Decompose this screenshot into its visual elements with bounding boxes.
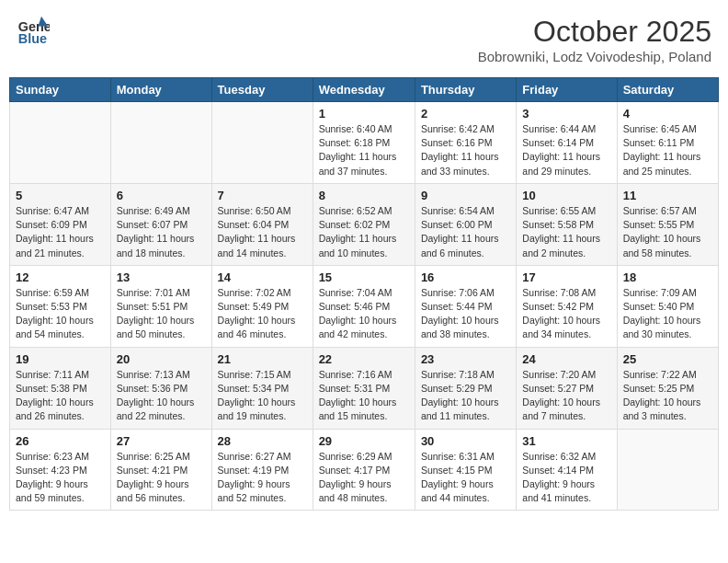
calendar-cell: 16Sunrise: 7:06 AM Sunset: 5:44 PM Dayli… [415,265,516,347]
calendar-cell: 24Sunrise: 7:20 AM Sunset: 5:27 PM Dayli… [517,347,617,429]
calendar-week-3: 12Sunrise: 6:59 AM Sunset: 5:53 PM Dayli… [10,265,719,347]
calendar-cell: 17Sunrise: 7:08 AM Sunset: 5:42 PM Dayli… [517,265,617,347]
calendar-cell: 10Sunrise: 6:55 AM Sunset: 5:58 PM Dayli… [517,183,617,265]
month-title: October 2025 [478,15,711,49]
day-info: Sunrise: 6:55 AM Sunset: 5:58 PM Dayligh… [522,204,610,260]
day-number: 15 [319,270,409,284]
calendar-cell: 9Sunrise: 6:54 AM Sunset: 6:00 PM Daylig… [415,183,516,265]
day-number: 2 [421,107,510,121]
day-number: 21 [218,352,307,366]
calendar-week-2: 5Sunrise: 6:47 AM Sunset: 6:09 PM Daylig… [10,183,719,265]
calendar-week-5: 26Sunrise: 6:23 AM Sunset: 4:23 PM Dayli… [10,429,719,511]
day-info: Sunrise: 6:40 AM Sunset: 6:18 PM Dayligh… [319,122,409,178]
calendar-cell: 4Sunrise: 6:45 AM Sunset: 6:11 PM Daylig… [617,102,718,184]
day-info: Sunrise: 7:11 AM Sunset: 5:38 PM Dayligh… [16,368,105,424]
day-number: 22 [319,352,409,366]
calendar-cell: 8Sunrise: 6:52 AM Sunset: 6:02 PM Daylig… [313,183,415,265]
weekday-header-friday: Friday [517,78,617,102]
weekday-header-tuesday: Tuesday [211,78,313,102]
calendar-cell: 19Sunrise: 7:11 AM Sunset: 5:38 PM Dayli… [10,347,111,429]
logo-icon: General Blue [17,15,50,48]
calendar-cell: 23Sunrise: 7:18 AM Sunset: 5:29 PM Dayli… [415,347,516,429]
svg-text:Blue: Blue [18,31,47,46]
calendar-table: SundayMondayTuesdayWednesdayThursdayFrid… [9,77,719,511]
day-info: Sunrise: 6:57 AM Sunset: 5:55 PM Dayligh… [623,204,712,260]
day-number: 30 [421,434,510,448]
weekday-header-wednesday: Wednesday [313,78,415,102]
calendar-cell: 29Sunrise: 6:29 AM Sunset: 4:17 PM Dayli… [313,429,415,511]
day-info: Sunrise: 6:44 AM Sunset: 6:14 PM Dayligh… [522,122,610,178]
calendar-week-4: 19Sunrise: 7:11 AM Sunset: 5:38 PM Dayli… [10,347,719,429]
day-number: 27 [117,434,206,448]
day-info: Sunrise: 6:49 AM Sunset: 6:07 PM Dayligh… [117,204,206,260]
calendar-cell: 31Sunrise: 6:32 AM Sunset: 4:14 PM Dayli… [517,429,617,511]
calendar-cell: 18Sunrise: 7:09 AM Sunset: 5:40 PM Dayli… [617,265,718,347]
day-info: Sunrise: 6:32 AM Sunset: 4:14 PM Dayligh… [522,450,610,506]
day-info: Sunrise: 6:54 AM Sunset: 6:00 PM Dayligh… [421,204,510,260]
day-info: Sunrise: 6:29 AM Sunset: 4:17 PM Dayligh… [319,450,409,506]
day-number: 5 [16,189,105,202]
location: Bobrowniki, Lodz Voivodeship, Poland [478,49,711,64]
calendar-cell: 6Sunrise: 6:49 AM Sunset: 6:07 PM Daylig… [110,183,211,265]
page-header: General Blue October 2025 Bobrowniki, Lo… [9,9,719,70]
weekday-header-monday: Monday [110,78,211,102]
day-number: 1 [319,107,409,121]
day-info: Sunrise: 6:42 AM Sunset: 6:16 PM Dayligh… [421,122,510,178]
day-info: Sunrise: 7:18 AM Sunset: 5:29 PM Dayligh… [421,368,510,424]
calendar-cell: 28Sunrise: 6:27 AM Sunset: 4:19 PM Dayli… [211,429,313,511]
weekday-header-saturday: Saturday [617,78,718,102]
day-info: Sunrise: 6:25 AM Sunset: 4:21 PM Dayligh… [117,450,206,506]
calendar-cell: 13Sunrise: 7:01 AM Sunset: 5:51 PM Dayli… [110,265,211,347]
day-number: 3 [522,107,610,121]
day-info: Sunrise: 6:59 AM Sunset: 5:53 PM Dayligh… [16,286,105,342]
calendar-cell: 7Sunrise: 6:50 AM Sunset: 6:04 PM Daylig… [211,183,313,265]
calendar-cell [211,102,313,184]
day-info: Sunrise: 6:50 AM Sunset: 6:04 PM Dayligh… [218,204,307,260]
calendar-cell: 20Sunrise: 7:13 AM Sunset: 5:36 PM Dayli… [110,347,211,429]
calendar-cell: 2Sunrise: 6:42 AM Sunset: 6:16 PM Daylig… [415,102,516,184]
calendar-cell: 27Sunrise: 6:25 AM Sunset: 4:21 PM Dayli… [110,429,211,511]
day-number: 17 [522,270,610,284]
day-number: 11 [623,189,712,202]
day-number: 12 [16,270,105,284]
calendar-week-1: 1Sunrise: 6:40 AM Sunset: 6:18 PM Daylig… [10,102,719,184]
day-info: Sunrise: 7:20 AM Sunset: 5:27 PM Dayligh… [522,368,610,424]
day-info: Sunrise: 7:13 AM Sunset: 5:36 PM Dayligh… [117,368,206,424]
day-number: 8 [319,189,409,202]
calendar-cell [10,102,111,184]
day-info: Sunrise: 6:27 AM Sunset: 4:19 PM Dayligh… [218,450,307,506]
calendar-cell: 15Sunrise: 7:04 AM Sunset: 5:46 PM Dayli… [313,265,415,347]
calendar-cell: 22Sunrise: 7:16 AM Sunset: 5:31 PM Dayli… [313,347,415,429]
calendar-cell: 11Sunrise: 6:57 AM Sunset: 5:55 PM Dayli… [617,183,718,265]
day-info: Sunrise: 6:23 AM Sunset: 4:23 PM Dayligh… [16,450,105,506]
day-number: 18 [623,270,712,284]
day-number: 6 [117,189,206,202]
calendar-cell: 30Sunrise: 6:31 AM Sunset: 4:15 PM Dayli… [415,429,516,511]
day-number: 19 [16,352,105,366]
day-number: 20 [117,352,206,366]
day-number: 7 [218,189,307,202]
day-number: 25 [623,352,712,366]
day-info: Sunrise: 7:06 AM Sunset: 5:44 PM Dayligh… [421,286,510,342]
day-info: Sunrise: 7:02 AM Sunset: 5:49 PM Dayligh… [218,286,307,342]
day-info: Sunrise: 7:01 AM Sunset: 5:51 PM Dayligh… [117,286,206,342]
day-number: 24 [522,352,610,366]
weekday-header-sunday: Sunday [10,78,111,102]
calendar-cell: 14Sunrise: 7:02 AM Sunset: 5:49 PM Dayli… [211,265,313,347]
day-number: 26 [16,434,105,448]
calendar-cell [617,429,718,511]
day-info: Sunrise: 6:47 AM Sunset: 6:09 PM Dayligh… [16,204,105,260]
calendar-cell: 3Sunrise: 6:44 AM Sunset: 6:14 PM Daylig… [517,102,617,184]
calendar-cell: 1Sunrise: 6:40 AM Sunset: 6:18 PM Daylig… [313,102,415,184]
calendar-cell: 12Sunrise: 6:59 AM Sunset: 5:53 PM Dayli… [10,265,111,347]
day-info: Sunrise: 7:22 AM Sunset: 5:25 PM Dayligh… [623,368,712,424]
day-info: Sunrise: 7:09 AM Sunset: 5:40 PM Dayligh… [623,286,712,342]
calendar-cell: 25Sunrise: 7:22 AM Sunset: 5:25 PM Dayli… [617,347,718,429]
day-number: 28 [218,434,307,448]
day-number: 10 [522,189,610,202]
day-info: Sunrise: 6:52 AM Sunset: 6:02 PM Dayligh… [319,204,409,260]
day-number: 23 [421,352,510,366]
day-number: 31 [522,434,610,448]
day-info: Sunrise: 7:04 AM Sunset: 5:46 PM Dayligh… [319,286,409,342]
day-info: Sunrise: 7:08 AM Sunset: 5:42 PM Dayligh… [522,286,610,342]
